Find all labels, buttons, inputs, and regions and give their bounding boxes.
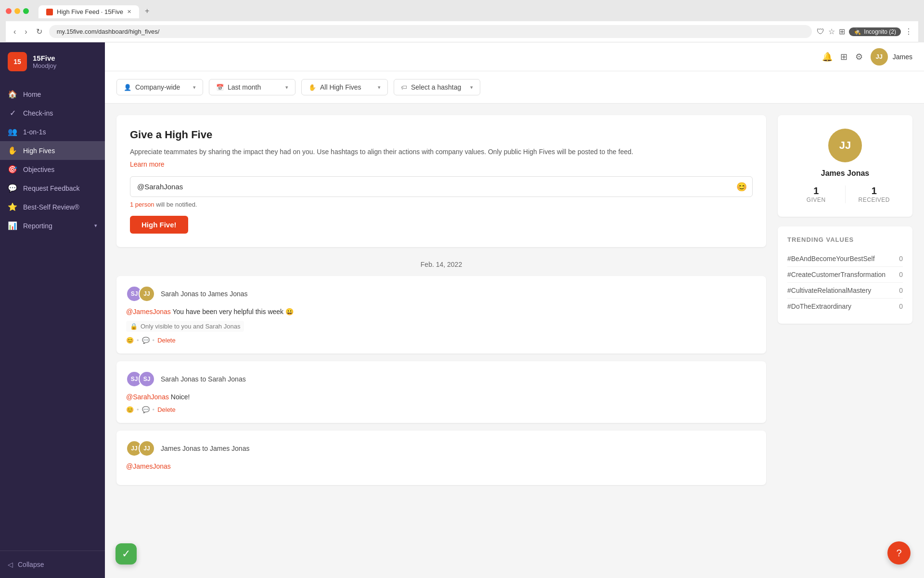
tab-close-icon[interactable]: ✕ xyxy=(127,9,131,15)
feed-item-3: JJ JJ James Jonas to James Jonas @JamesJ… xyxy=(116,431,766,485)
sidebar-item-objectives[interactable]: 🎯 Objectives xyxy=(0,160,105,179)
user-menu[interactable]: JJ James xyxy=(871,48,912,66)
new-tab-button[interactable]: + xyxy=(140,4,154,18)
support-fab[interactable]: ? xyxy=(887,541,911,565)
minimize-dot[interactable] xyxy=(14,8,20,14)
company-wide-icon: 👤 xyxy=(124,84,131,91)
sidebar-logo: 15 xyxy=(8,52,27,71)
feed-section: Give a High Five Appreciate teammates by… xyxy=(116,115,766,566)
back-button[interactable]: ‹ xyxy=(12,26,18,38)
trending-item-2[interactable]: #CreateCustomerTransformation 0 xyxy=(787,267,903,283)
feed-item-2: SJ SJ Sarah Jonas to Sarah Jonas @SarahJ… xyxy=(116,361,766,423)
tab-title: High Five Feed · 15Five xyxy=(57,8,123,15)
profile-stats: 1 GIVEN 1 RECEIVED xyxy=(787,185,903,203)
trending-item-1[interactable]: #BeAndBecomeYourBestSelf 0 xyxy=(787,251,903,267)
sidebar-header: 15 15Five Moodjoy xyxy=(0,42,105,81)
sidebar-footer: ◁ Collapse xyxy=(0,551,105,578)
bell-icon[interactable]: 🔔 xyxy=(822,52,833,62)
trending-card: TRENDING VALUES #BeAndBecomeYourBestSelf… xyxy=(778,226,912,324)
forward-button[interactable]: › xyxy=(23,26,29,38)
highfives-icon: ✋ xyxy=(8,146,17,155)
reload-button[interactable]: ↻ xyxy=(34,25,44,38)
url-bar[interactable] xyxy=(49,25,812,38)
sidebar-item-checkins[interactable]: ✓ Check-ins xyxy=(0,104,105,122)
feed-item-2-body: @SarahJonas Noice! xyxy=(126,392,757,402)
feed-item-body: @JamesJonas You have been very helpful t… xyxy=(126,307,757,317)
avatar-group-2: SJ SJ xyxy=(126,371,155,387)
close-dot[interactable] xyxy=(6,8,12,14)
filter-last-month-label: Last month xyxy=(228,83,278,91)
feed-date-header: Feb. 14, 2022 xyxy=(116,261,766,268)
given-label: GIVEN xyxy=(787,197,845,203)
reaction-icon-2[interactable]: 😊 xyxy=(126,406,134,413)
feed-actions: 😊 • 💬 • Delete xyxy=(126,337,757,344)
reporting-icon: 📊 xyxy=(8,221,17,230)
filter-all-high-fives[interactable]: ✋ All High Fives ▾ xyxy=(301,79,388,95)
sidebar-label-home: Home xyxy=(23,91,41,98)
feed-message-2: Noice! xyxy=(171,393,190,401)
comment-icon[interactable]: 💬 xyxy=(142,337,150,344)
all-highfives-icon: ✋ xyxy=(308,84,316,91)
dot-sep-3: • xyxy=(137,406,139,413)
check-fab[interactable]: ✓ xyxy=(116,543,137,565)
mention-input[interactable] xyxy=(130,176,753,197)
collapse-label: Collapse xyxy=(18,561,44,568)
right-panel: JJ James Jonas 1 GIVEN 1 RECEIVED xyxy=(778,115,912,566)
active-tab[interactable]: High Five Feed · 15Five ✕ xyxy=(38,5,139,18)
mention-link-3[interactable]: @JamesJonas xyxy=(126,462,171,470)
sidebar-item-1on1s[interactable]: 👥 1-on-1s xyxy=(0,122,105,141)
mention-link-2[interactable]: @SarahJonas xyxy=(126,393,169,401)
learn-more-link[interactable]: Learn more xyxy=(130,160,165,168)
grid-icon[interactable]: ⊞ xyxy=(840,52,847,62)
trending-count-4: 0 xyxy=(899,302,903,310)
filter-last-month[interactable]: 📅 Last month ▾ xyxy=(209,79,295,95)
collapse-button[interactable]: ◁ Collapse xyxy=(8,557,97,572)
trending-item-4[interactable]: #DoTheExtraordinary 0 xyxy=(787,299,903,314)
sidebar-company: 15Five Moodjoy xyxy=(33,54,56,69)
sidebar-label-1on1s: 1-on-1s xyxy=(23,128,46,136)
reaction-icon[interactable]: 😊 xyxy=(126,337,134,344)
filter-company-wide[interactable]: 👤 Company-wide ▾ xyxy=(116,79,203,95)
filters-bar: 👤 Company-wide ▾ 📅 Last month ▾ ✋ All Hi… xyxy=(105,71,924,104)
feed-message: You have been very helpful this week 😀 xyxy=(172,308,294,315)
bookmark-icon[interactable]: ☆ xyxy=(828,27,835,36)
sidebar-item-highfives[interactable]: ✋ High Fives xyxy=(0,141,105,160)
trending-item-3[interactable]: #CultivateRelationalMastery 0 xyxy=(787,283,903,299)
trending-tag-1: #BeAndBecomeYourBestSelf xyxy=(787,255,875,263)
high-five-button[interactable]: High Five! xyxy=(130,216,188,234)
request-feedback-icon: 💬 xyxy=(8,184,17,193)
mention-link[interactable]: @JamesJonas xyxy=(126,308,171,315)
give-highfive-card: Give a High Five Appreciate teammates by… xyxy=(116,115,766,247)
menu-icon[interactable]: ⋮ xyxy=(905,27,912,36)
hashtag-arrow-icon: ▾ xyxy=(470,84,473,91)
comment-icon-2[interactable]: 💬 xyxy=(142,406,150,413)
main-content: 🔔 ⊞ ⚙ JJ James 👤 Company-wide ▾ 📅 Last m… xyxy=(105,42,924,578)
extension-icon[interactable]: 🛡 xyxy=(817,27,824,36)
maximize-dot[interactable] xyxy=(23,8,29,14)
feed-actions-2: 😊 • 💬 • Delete xyxy=(126,406,757,413)
sidebar-item-best-self[interactable]: ⭐ Best-Self Review® xyxy=(0,197,105,216)
feed-item-meta: Sarah Jonas to James Jonas xyxy=(161,290,248,298)
profile-initials: JJ xyxy=(839,139,851,152)
incognito-label: Incognito (2) xyxy=(864,28,896,35)
received-label: RECEIVED xyxy=(846,197,903,203)
sidebar-label-reporting: Reporting xyxy=(23,222,52,230)
delete-link-1[interactable]: Delete xyxy=(157,337,176,344)
notify-text: 1 person will be notified. xyxy=(130,201,753,208)
browser-tabs: High Five Feed · 15Five ✕ + xyxy=(38,4,154,18)
nav-actions: 🛡 ☆ ⊞ 🕵 Incognito (2) ⋮ xyxy=(817,27,912,36)
sidebar-label-objectives: Objectives xyxy=(23,166,54,173)
sidebar-item-request-feedback[interactable]: 💬 Request Feedback xyxy=(0,179,105,197)
sidebar: 15 15Five Moodjoy 🏠 Home ✓ Check-ins 👥 1… xyxy=(0,42,105,578)
emoji-button[interactable]: 😊 xyxy=(736,182,747,192)
delete-link-2[interactable]: Delete xyxy=(157,406,176,413)
profile-card: JJ James Jonas 1 GIVEN 1 RECEIVED xyxy=(778,115,912,217)
settings-icon[interactable]: ⚙ xyxy=(855,52,863,62)
company-wide-arrow-icon: ▾ xyxy=(193,84,196,91)
filter-hashtag[interactable]: 🏷 Select a hashtag ▾ xyxy=(394,79,480,95)
tab-switch-icon[interactable]: ⊞ xyxy=(839,27,845,36)
sidebar-label-best-self: Best-Self Review® xyxy=(23,203,79,211)
sidebar-item-reporting[interactable]: 📊 Reporting ▾ xyxy=(0,216,105,235)
sidebar-item-home[interactable]: 🏠 Home xyxy=(0,85,105,104)
receiver-avatar-2: SJ xyxy=(139,371,155,387)
